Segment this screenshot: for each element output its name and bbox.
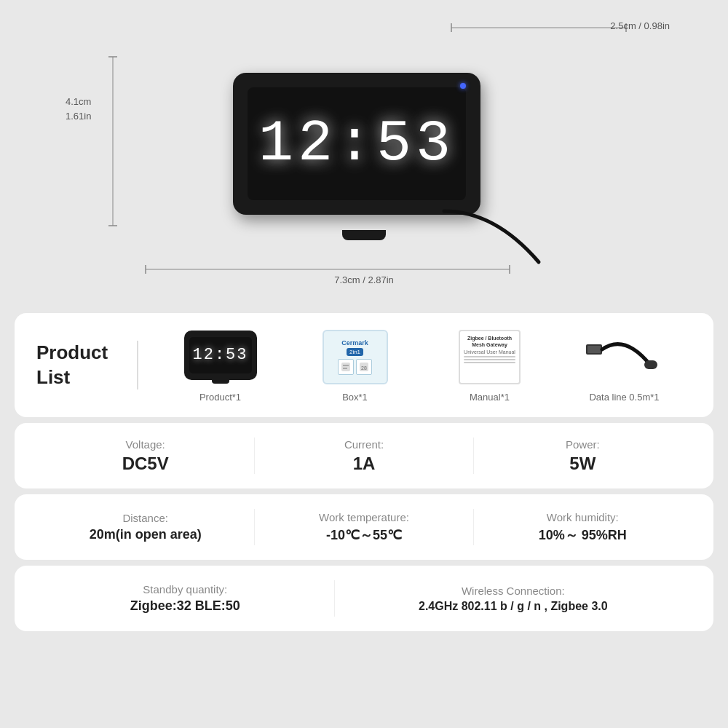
product-list-title: ProductList [36,341,138,390]
mini-clock-image: 12:53 [184,331,257,380]
spec-distance: Distance: 20m(in open area) [36,512,254,542]
mini-clock-screen: 12:53 [189,337,252,373]
spec-work-temp: Work temperature: -10℃～55℃ [255,511,472,544]
manual-line1 [464,356,515,357]
specs-row3: Standby quantity: Zigbee:32 BLE:50 Wirel… [36,580,692,617]
svg-rect-10 [343,365,349,366]
box-badge: 2in1 [347,348,363,356]
clock-device: 12:53 [233,73,495,233]
product-clock-icon: 12:53 [181,328,261,386]
box-item2: 28 [356,359,372,375]
voltage-value: DC5V [122,454,169,474]
product-label: Manual*1 [470,392,510,403]
spec-power: Power: 5W [474,438,692,474]
manual-line3 [464,362,515,363]
spec-work-humidity: Work humidity: 10%～ 95%RH [474,511,692,544]
spec-wireless: Wireless Connection: 2.4GHz 802.11 b / g… [335,585,692,613]
specs-row1: Voltage: DC5V Current: 1A Power: 5W [36,438,692,474]
box-image: Cermark 2in1 28 [323,330,388,384]
clock-body: 12:53 [233,73,480,215]
clock-led [460,83,466,89]
manual-image: Zigbee / BluetoothMesh Gateway Universal… [459,330,521,384]
clock-stand [342,230,386,240]
spec-voltage: Voltage: DC5V [36,438,254,474]
product-manual-icon: Zigbee / BluetoothMesh Gateway Universal… [450,328,530,386]
box-content: 28 [338,359,372,375]
list-item: 12:53 Product*1 [181,328,261,403]
svg-rect-16 [644,360,657,369]
specs-card-row2: Distance: 20m(in open area) Work tempera… [15,494,713,560]
svg-rect-15 [587,346,601,353]
bottom-section: ProductList 12:53 Product*1 [0,306,728,638]
voltage-label: Voltage: [126,438,165,451]
specs-card-row3: Standby quantity: Zigbee:32 BLE:50 Wirel… [15,566,713,631]
product-items: 12:53 Product*1 Cermark 2in1 [138,328,692,403]
work-temp-value: -10℃～55℃ [326,526,402,544]
clock-screen: 12:53 [248,87,466,200]
clock-cable-svg [437,204,553,277]
power-label: Power: [566,438,600,451]
manual-line2 [464,359,515,360]
wireless-label: Wireless Connection: [462,585,565,597]
manual-subtitle: Universal User Manual [464,349,515,355]
work-temp-label: Work temperature: [319,511,409,523]
svg-text:28: 28 [361,365,367,371]
mini-clock-stand [212,380,229,384]
power-value: 5W [569,454,596,474]
dimension-depth: 2.5cm / 0.98in [610,20,670,31]
work-humidity-label: Work humidity: [547,511,619,523]
svg-rect-11 [343,368,347,369]
current-value: 1A [353,454,376,474]
list-item: Cermark 2in1 28 Box*1 [315,328,395,403]
specs-row2: Distance: 20m(in open area) Work tempera… [36,509,692,545]
clock-device-container: 12:53 [182,44,546,277]
spec-standby: Standby quantity: Zigbee:32 BLE:50 [36,583,334,614]
standby-label: Standby quantity: [143,583,227,596]
list-item: Zigbee / BluetoothMesh Gateway Universal… [450,328,530,403]
clock-time-display: 12:53 [258,111,455,177]
svg-rect-9 [341,363,350,371]
product-label: Data line 0.5m*1 [589,392,659,403]
usb-cable-image [585,330,665,384]
box-item1 [338,359,354,375]
spec-current: Current: 1A [255,438,472,474]
distance-label: Distance: [122,512,168,524]
current-label: Current: [344,438,384,451]
product-box-icon: Cermark 2in1 28 [315,328,395,386]
dimension-height: 4.1cm 1.61in [66,95,91,123]
box-brand-text: Cermark [341,339,368,347]
mini-clock-time: 12:53 [192,346,248,364]
product-list-card: ProductList 12:53 Product*1 [15,313,713,417]
standby-value: Zigbee:32 BLE:50 [130,598,240,614]
product-cable-icon [585,328,665,386]
specs-card-row1: Voltage: DC5V Current: 1A Power: 5W [15,423,713,488]
top-section: 2.5cm / 0.98in 4.1cm 1.61in 7.3cm / 2.87… [0,0,728,306]
work-humidity-value: 10%～ 95%RH [539,526,627,544]
distance-value: 20m(in open area) [90,527,202,542]
list-item: Data line 0.5m*1 [585,328,665,403]
manual-title-text: Zigbee / BluetoothMesh Gateway [464,335,515,348]
product-label: Box*1 [342,392,368,403]
product-label: Product*1 [199,392,241,403]
wireless-value: 2.4GHz 802.11 b / g / n , Zigbee 3.0 [419,600,608,613]
